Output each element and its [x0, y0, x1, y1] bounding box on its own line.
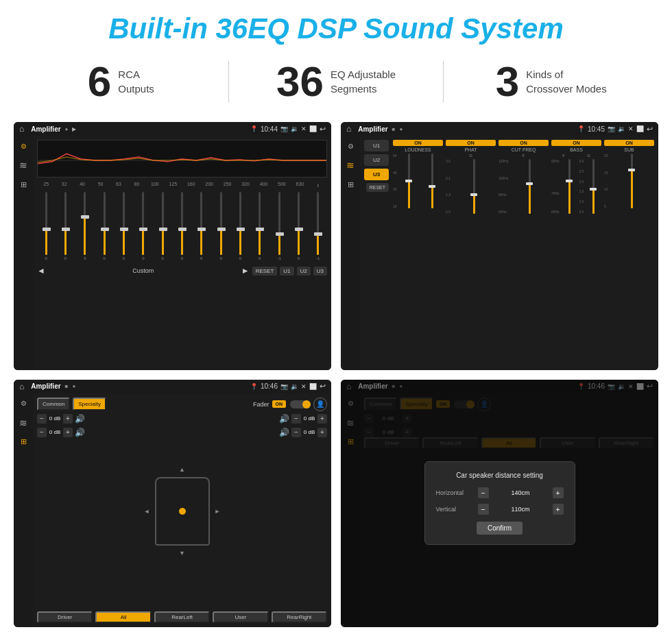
eq-slider-12[interactable]: -1: [270, 192, 288, 260]
amp-channel-phat: ON PHAT G 3.02.11.30.5: [446, 140, 496, 366]
fader-close-icon[interactable]: ✕: [301, 383, 307, 390]
eq-reset-btn[interactable]: RESET: [252, 267, 278, 276]
eq-u2-btn[interactable]: U2: [297, 267, 311, 276]
eq-label-320: 320: [237, 182, 254, 189]
vol-rl-plus[interactable]: +: [63, 428, 73, 437]
amp-toggle-bass[interactable]: ON: [551, 140, 601, 146]
amp-slider-loudness-1[interactable]: [399, 154, 420, 208]
speaker-dialog-confirm-btn[interactable]: Confirm: [477, 522, 523, 535]
fader-back-icon[interactable]: ↩: [320, 382, 326, 391]
eq-slider-7[interactable]: 0: [173, 192, 191, 260]
eq-screen-icon[interactable]: ⬜: [309, 125, 317, 132]
eq-slider-1[interactable]: 0: [56, 192, 74, 260]
amp-close-icon[interactable]: ✕: [628, 125, 634, 132]
eq-slider-14[interactable]: -1: [309, 192, 327, 260]
fader-tab-common[interactable]: Common: [37, 398, 70, 411]
fader-btn-rearright[interactable]: RearRight: [272, 611, 327, 623]
fader-btn-all[interactable]: All: [95, 611, 151, 623]
eq-slider-11[interactable]: 0: [251, 192, 269, 260]
amp-scale-sub: 2015105: [604, 154, 608, 208]
amp-preset-u2[interactable]: U2: [364, 154, 389, 166]
amp-back-icon[interactable]: ↩: [647, 125, 653, 134]
eq-u3-btn[interactable]: U3: [313, 267, 327, 276]
eq-slider-5[interactable]: 0: [134, 192, 152, 260]
fader-profile-icon[interactable]: 👤: [313, 398, 327, 411]
vol-rr-speaker: 🔊: [279, 428, 289, 437]
eq-close-icon[interactable]: ✕: [301, 125, 307, 132]
fader-arrow-right[interactable]: ►: [215, 508, 221, 515]
amp-slider-cutfreq[interactable]: [510, 159, 549, 214]
eq-slider-8[interactable]: 0: [193, 192, 211, 260]
eq-sound-icon: 🔉: [291, 125, 298, 132]
vol-rr-minus[interactable]: −: [291, 428, 301, 437]
screen-fader: ⌂ Amplifier ■ ● 📍 10:46 📷 🔉 ✕ ⬜ ↩ ⚙ ≋: [14, 380, 331, 628]
amp-channel-bass: ON BASS FG 90Hz70Hz60Hz: [551, 140, 601, 366]
vol-fr-minus[interactable]: −: [291, 414, 301, 424]
eq-sliders: 0 0 5 0 0 0 0 0 0 0 0 0 -1 0 -1: [37, 192, 327, 260]
eq-slider-2[interactable]: 5: [76, 192, 94, 260]
eq-slider-13[interactable]: 0: [289, 192, 307, 260]
fader-home-icon[interactable]: ⌂: [19, 382, 24, 391]
eq-u1-btn[interactable]: U1: [280, 267, 293, 276]
amp-dot2: ●: [399, 126, 403, 132]
fader-arrow-down[interactable]: ▼: [179, 550, 185, 557]
fader-screen-content: Common Specialty Fader ON 👤: [33, 393, 331, 628]
eq-label-160: 160: [182, 182, 200, 189]
amp-slider-sub[interactable]: [610, 154, 654, 208]
vol-rl-minus[interactable]: −: [37, 428, 47, 437]
eq-prev-arrow[interactable]: ◄: [37, 266, 45, 276]
amp-slider-phat[interactable]: [453, 159, 496, 214]
eq-label-100: 100: [146, 182, 164, 189]
eq-slider-4[interactable]: 0: [115, 192, 132, 260]
amp-preset-u3[interactable]: U3: [364, 169, 389, 180]
eq-home-icon[interactable]: ⌂: [19, 124, 24, 134]
vol-fl-minus[interactable]: −: [37, 414, 47, 424]
fader-btn-rearleft[interactable]: RearLeft: [154, 611, 210, 623]
fader-arrow-up[interactable]: ▲: [179, 466, 185, 473]
amp-toggle-sub[interactable]: ON: [604, 140, 654, 146]
amp-toggle-loudness[interactable]: ON: [393, 140, 443, 146]
eq-slider-0[interactable]: 0: [37, 192, 55, 260]
amp-channels: ON LOUDNESS 64 48 32 16: [393, 140, 654, 366]
vol-fr-plus[interactable]: +: [317, 414, 327, 424]
fader-tab-specialty[interactable]: Specialty: [73, 398, 106, 411]
amp-sidebar-speaker[interactable]: ⊞: [344, 178, 357, 191]
fader-btn-driver[interactable]: Driver: [37, 611, 93, 623]
speaker-dialog-horizontal-minus[interactable]: −: [478, 487, 489, 498]
amp-slider-bass-2[interactable]: [586, 159, 601, 214]
amp-toggle-cutfreq[interactable]: ON: [499, 140, 549, 146]
amp-preset-u1[interactable]: U1: [364, 140, 389, 151]
fader-btn-user[interactable]: User: [213, 611, 268, 623]
eq-back-icon[interactable]: ↩: [320, 125, 326, 134]
eq-sidebar-speaker[interactable]: ⊞: [17, 178, 29, 191]
fader-toggle[interactable]: ON: [272, 400, 287, 408]
fader-sidebar-tune[interactable]: ⚙: [17, 398, 29, 410]
fader-arrow-left[interactable]: ◄: [144, 508, 150, 515]
amp-slider-loudness-2[interactable]: [422, 154, 443, 208]
fader-sidebar-wave[interactable]: ≋: [17, 417, 29, 429]
screen-eq: ⌂ Amplifier ● ▶ 📍 10:44 📷 🔉 ✕ ⬜ ↩ ⚙ ≋: [14, 122, 331, 370]
eq-next-arrow[interactable]: ►: [241, 266, 250, 276]
fader-screen-icon[interactable]: ⬜: [309, 383, 317, 390]
vol-rr-plus[interactable]: +: [317, 428, 327, 437]
eq-slider-6[interactable]: 0: [154, 192, 171, 260]
speaker-dialog-vertical-plus[interactable]: +: [553, 504, 564, 515]
eq-sidebar-tune[interactable]: ⚙: [17, 140, 29, 152]
eq-slider-10[interactable]: 0: [231, 192, 249, 260]
amp-slider-bass-1[interactable]: [562, 159, 577, 214]
fader-sidebar-speaker[interactable]: ⊞: [17, 436, 29, 448]
eq-slider-9[interactable]: 0: [212, 192, 230, 260]
vol-fl-plus[interactable]: +: [63, 414, 73, 424]
amp-reset-btn[interactable]: RESET: [366, 183, 389, 192]
amp-sidebar-wave[interactable]: ≋: [344, 159, 357, 171]
eq-sidebar-wave[interactable]: ≋: [17, 159, 29, 171]
amp-home-icon[interactable]: ⌂: [346, 124, 351, 134]
amp-sidebar-tune[interactable]: ⚙: [344, 140, 357, 152]
eq-slider-3[interactable]: 0: [95, 192, 113, 260]
speaker-dialog-vertical-minus[interactable]: −: [478, 504, 489, 515]
eq-chevron[interactable]: ›: [309, 182, 327, 189]
amp-screen-icon[interactable]: ⬜: [636, 125, 644, 132]
speaker-dialog-horizontal-plus[interactable]: +: [553, 487, 564, 498]
amp-time: 10:45: [588, 125, 605, 133]
amp-toggle-phat[interactable]: ON: [446, 140, 496, 146]
